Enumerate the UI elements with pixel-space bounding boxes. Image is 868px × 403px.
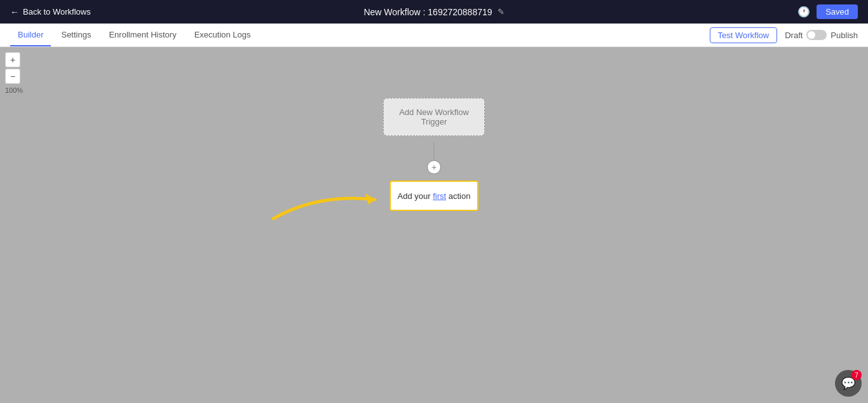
tab-execution-logs[interactable]: Execution Logs: [187, 24, 259, 46]
action-node-text-highlight: first: [433, 191, 446, 201]
tab-builder[interactable]: Builder: [10, 24, 51, 46]
tab-bar: Builder Settings Enrollment History Exec…: [0, 24, 868, 47]
tab-enrollment-history[interactable]: Enrollment History: [101, 24, 184, 46]
zoom-controls: + − 100%: [5, 52, 23, 94]
workflow-title: New Workflow : 1692720888719 ✎: [363, 7, 504, 17]
action-node-text-post: action: [446, 191, 470, 201]
draft-toggle-switch[interactable]: [806, 30, 827, 40]
toggle-knob: [808, 31, 815, 39]
back-arrow-icon: ←: [10, 7, 19, 17]
arrow-annotation: [267, 174, 394, 225]
action-node[interactable]: Add your first action: [390, 181, 478, 211]
draft-label: Draft: [785, 31, 803, 40]
workflow-canvas[interactable]: + − 100% Add New Workflow Trigger + Add …: [0, 47, 868, 403]
trigger-node-line1: Add New Workflow: [399, 107, 469, 117]
tabs: Builder Settings Enrollment History Exec…: [10, 24, 259, 46]
publish-label[interactable]: Publish: [831, 31, 858, 40]
add-node-button[interactable]: +: [427, 160, 441, 174]
chat-badge-count: 7: [851, 370, 862, 380]
nav-right: 🕐 Saved: [797, 4, 858, 19]
saved-button[interactable]: Saved: [817, 4, 858, 19]
test-workflow-button[interactable]: Test Workflow: [710, 27, 778, 43]
history-icon[interactable]: 🕐: [797, 6, 810, 18]
draft-toggle-group: Draft Publish: [785, 30, 858, 40]
top-nav: ← Back to Workflows New Workflow : 16927…: [0, 0, 868, 24]
chat-widget-button[interactable]: 💬 7: [835, 370, 862, 397]
zoom-in-button[interactable]: +: [5, 52, 20, 67]
workflow-title-text: New Workflow : 1692720888719: [363, 7, 492, 17]
back-label: Back to Workflows: [23, 7, 91, 17]
tab-right-actions: Test Workflow Draft Publish: [710, 27, 858, 43]
trigger-node[interactable]: Add New Workflow Trigger: [383, 98, 485, 136]
zoom-out-button[interactable]: −: [5, 69, 20, 84]
connector-line: [434, 142, 435, 161]
trigger-node-line2: Trigger: [399, 117, 469, 126]
action-node-text-pre: Add your: [398, 191, 433, 201]
zoom-level-label: 100%: [5, 86, 23, 94]
back-to-workflows-button[interactable]: ← Back to Workflows: [10, 7, 91, 17]
edit-title-icon[interactable]: ✎: [498, 7, 505, 17]
tab-settings[interactable]: Settings: [53, 24, 98, 46]
